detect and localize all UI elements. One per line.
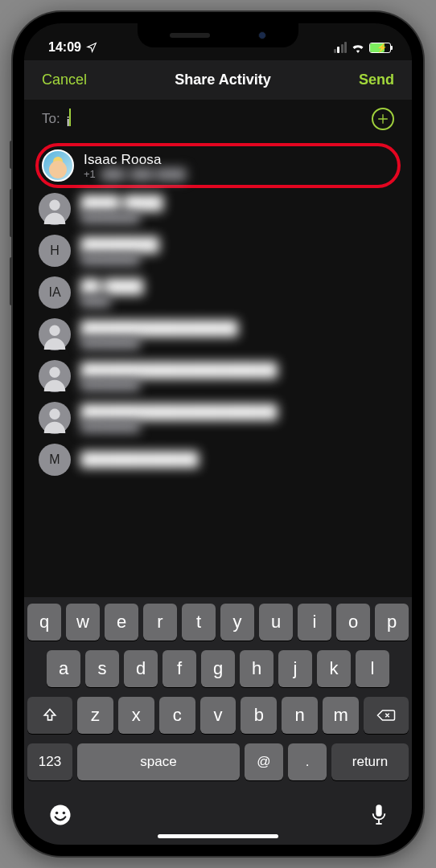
key-m[interactable]: m xyxy=(323,697,359,734)
notch xyxy=(138,23,298,47)
emoji-icon[interactable] xyxy=(48,803,72,830)
cellular-signal-icon xyxy=(334,42,348,53)
contact-name: ████ ████ xyxy=(80,195,163,211)
avatar xyxy=(39,360,71,392)
home-indicator[interactable] xyxy=(158,834,278,838)
svg-point-4 xyxy=(51,805,71,825)
avatar: IA xyxy=(39,276,71,309)
contact-name: ████████████████ xyxy=(80,321,238,337)
key-c[interactable]: c xyxy=(159,697,195,734)
key-p[interactable]: p xyxy=(375,604,409,641)
recipient-input[interactable]: i xyxy=(67,108,372,130)
contact-name: ████████████████████ xyxy=(80,362,278,379)
location-arrow-icon xyxy=(86,42,97,53)
cancel-button[interactable]: Cancel xyxy=(42,72,87,88)
key-s[interactable]: s xyxy=(85,650,119,687)
backspace-key[interactable] xyxy=(364,697,409,734)
status-time: 14:09 xyxy=(48,40,81,55)
page-title: Share Activity xyxy=(175,72,270,88)
keyboard: qwertyuiop asdfghjkl zxcvbnm 123 space @… xyxy=(24,597,412,798)
to-label: To: xyxy=(42,111,60,127)
svg-point-1 xyxy=(49,326,60,336)
contact-subtext: ████████ xyxy=(80,420,278,432)
key-x[interactable]: x xyxy=(118,697,154,734)
contact-row[interactable]: ████████████████████████████ xyxy=(24,355,412,397)
key-o[interactable]: o xyxy=(336,604,370,641)
at-key[interactable]: @ xyxy=(245,743,283,780)
svg-point-5 xyxy=(56,812,59,815)
mic-icon[interactable] xyxy=(370,803,388,830)
contact-row[interactable]: ████████████████████████ xyxy=(24,313,412,355)
contact-row[interactable]: H████████████████ xyxy=(24,230,412,272)
phone-frame: 14:09 ⚡ Cancel Share Activity Send To xyxy=(13,12,423,856)
key-a[interactable]: a xyxy=(47,650,80,687)
contact-row[interactable]: Isaac Roosa+1 (███) ███-████ xyxy=(35,143,401,188)
key-h[interactable]: h xyxy=(240,650,274,687)
contact-subtext: ████████ xyxy=(80,253,159,265)
add-contact-button[interactable] xyxy=(372,108,394,130)
contact-name: Isaac Roosa xyxy=(84,152,186,168)
key-k[interactable]: k xyxy=(317,650,351,687)
key-g[interactable]: g xyxy=(201,650,235,687)
key-y[interactable]: y xyxy=(220,604,254,641)
key-b[interactable]: b xyxy=(241,697,277,734)
contact-row[interactable]: IA██ ████████ xyxy=(24,272,412,313)
avatar: H xyxy=(39,235,71,267)
key-u[interactable]: u xyxy=(259,604,293,641)
nav-bar: Cancel Share Activity Send xyxy=(24,60,412,100)
contact-row[interactable]: ████ ████████████ xyxy=(24,188,412,230)
avatar xyxy=(39,318,71,350)
svg-rect-7 xyxy=(376,805,381,817)
contact-subtext: ████████ xyxy=(80,379,278,391)
contact-subtext: ████ xyxy=(80,295,143,307)
svg-point-6 xyxy=(63,812,66,815)
key-r[interactable]: r xyxy=(143,604,177,641)
key-i[interactable]: i xyxy=(298,604,331,641)
key-v[interactable]: v xyxy=(200,697,237,734)
key-l[interactable]: l xyxy=(356,650,389,687)
contact-subtext: ████████ xyxy=(80,337,238,349)
dot-key[interactable]: . xyxy=(288,743,327,780)
send-button[interactable]: Send xyxy=(359,72,394,88)
key-j[interactable]: j xyxy=(278,650,312,687)
contact-name: ████████████ xyxy=(80,452,199,468)
wifi-icon xyxy=(351,43,365,53)
avatar: M xyxy=(39,444,71,476)
contact-name: ██ ████ xyxy=(80,279,143,295)
avatar xyxy=(39,193,71,225)
recipient-row: To: i xyxy=(24,100,412,138)
battery-icon: ⚡ xyxy=(369,43,391,53)
contact-row[interactable]: ████████████████████████████ xyxy=(24,397,412,439)
contact-subtext: +1 (███) ███-████ xyxy=(84,168,186,180)
shift-key[interactable] xyxy=(27,697,72,734)
numeric-key[interactable]: 123 xyxy=(27,743,72,780)
avatar xyxy=(42,149,74,182)
key-z[interactable]: z xyxy=(77,697,113,734)
avatar xyxy=(39,402,71,434)
key-q[interactable]: q xyxy=(27,604,61,641)
contact-subtext: ████████ xyxy=(80,211,163,223)
contact-name: ████████ xyxy=(80,237,159,253)
contact-row[interactable]: M████████████ xyxy=(24,439,412,481)
key-w[interactable]: w xyxy=(66,604,100,641)
contact-list: Isaac Roosa+1 (███) ███-████████ ███████… xyxy=(24,138,412,597)
key-n[interactable]: n xyxy=(282,697,318,734)
key-d[interactable]: d xyxy=(124,650,158,687)
key-f[interactable]: f xyxy=(162,650,196,687)
key-t[interactable]: t xyxy=(182,604,216,641)
svg-point-2 xyxy=(49,367,60,378)
key-e[interactable]: e xyxy=(105,604,138,641)
space-key[interactable]: space xyxy=(77,743,240,780)
return-key[interactable]: return xyxy=(331,743,409,780)
contact-name: ████████████████████ xyxy=(80,404,278,420)
svg-point-0 xyxy=(49,200,60,211)
svg-point-3 xyxy=(49,409,60,420)
